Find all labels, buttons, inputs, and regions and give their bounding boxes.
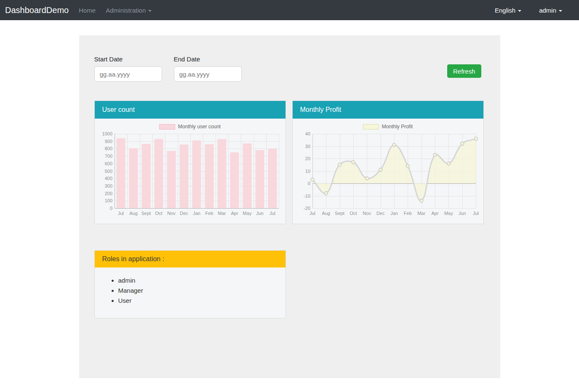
- language-dropdown[interactable]: English: [495, 7, 521, 14]
- end-date-field: End Date: [174, 56, 242, 82]
- start-date-field: Start Date: [94, 56, 162, 82]
- roles-panel: Roles in application : admin Manager Use…: [94, 250, 286, 318]
- user-count-panel: User count Monthly user count: [94, 101, 286, 224]
- monthly-profit-panel-title: Monthly Profit: [300, 106, 342, 114]
- monthly-profit-chart[interactable]: [297, 130, 479, 220]
- user-count-panel-header: User count: [95, 101, 285, 119]
- start-date-input[interactable]: [94, 66, 162, 82]
- user-count-legend: Monthly user count: [99, 124, 281, 130]
- end-date-input[interactable]: [174, 66, 242, 82]
- user-dropdown[interactable]: admin: [539, 7, 562, 14]
- user-count-panel-body: Monthly user count: [95, 119, 285, 224]
- user-count-panel-title: User count: [102, 106, 135, 114]
- roles-panel-body: admin Manager User: [95, 268, 285, 318]
- nav-item-home[interactable]: Home: [75, 7, 100, 14]
- chevron-down-icon: [148, 10, 152, 12]
- page: DashboardDemo Home Administration Englis…: [0, 0, 579, 392]
- roles-panel-header: Roles in application :: [95, 251, 285, 268]
- nav-links: Home Administration: [75, 7, 156, 14]
- chevron-down-icon: [518, 10, 521, 12]
- language-dropdown-label: English: [495, 7, 515, 14]
- user-count-chart[interactable]: [99, 130, 281, 220]
- user-dropdown-label: admin: [539, 7, 556, 14]
- chevron-down-icon: [559, 10, 562, 12]
- navbar: DashboardDemo Home Administration Englis…: [0, 0, 579, 20]
- filter-row: Start Date End Date Refresh: [94, 56, 485, 82]
- refresh-button[interactable]: Refresh: [447, 64, 481, 78]
- monthly-profit-legend: Monthly Profit: [297, 124, 479, 130]
- role-list-item: admin: [118, 277, 279, 284]
- end-date-label: End Date: [174, 56, 242, 63]
- nav-right: English admin: [495, 7, 562, 14]
- monthly-profit-panel-header: Monthly Profit: [293, 101, 483, 119]
- main-container: Start Date End Date Refresh User count M…: [79, 35, 500, 378]
- legend-swatch-icon: [363, 124, 379, 130]
- monthly-profit-legend-label: Monthly Profit: [382, 124, 413, 130]
- role-list-item: Manager: [118, 287, 279, 294]
- legend-swatch-icon: [159, 124, 175, 130]
- monthly-profit-panel: Monthly Profit Monthly Profit: [292, 101, 484, 224]
- charts-row: User count Monthly user count Monthly Pr…: [94, 101, 485, 224]
- monthly-profit-panel-body: Monthly Profit: [293, 119, 483, 224]
- nav-item-administration-label: Administration: [106, 7, 146, 14]
- roles-list: admin Manager User: [101, 277, 279, 304]
- nav-item-administration[interactable]: Administration: [101, 7, 156, 14]
- brand-link[interactable]: DashboardDemo: [5, 5, 69, 15]
- start-date-label: Start Date: [94, 56, 162, 63]
- user-count-legend-label: Monthly user count: [178, 124, 221, 130]
- roles-panel-title: Roles in application :: [102, 255, 165, 263]
- role-list-item: User: [118, 297, 279, 304]
